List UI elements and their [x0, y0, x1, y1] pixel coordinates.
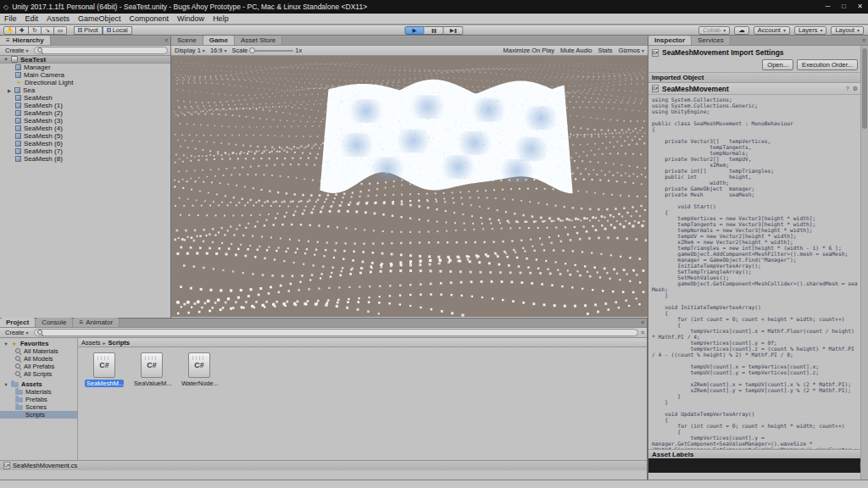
- tab-hierarchy[interactable]: ≡ Hierarchy: [0, 36, 51, 45]
- scale-slider[interactable]: [249, 50, 293, 52]
- search-options-icon[interactable]: ≡: [641, 330, 644, 336]
- move-tool-button[interactable]: ✚: [16, 26, 29, 35]
- folder-materials[interactable]: Materials: [0, 388, 77, 396]
- hierarchy-item-seamesh-1[interactable]: SeaMesh (1): [0, 102, 170, 109]
- breadcrumb-scripts[interactable]: Scripts: [108, 339, 130, 347]
- gameobject-icon: [15, 141, 21, 147]
- fold-closed-icon[interactable]: ▶: [7, 88, 12, 93]
- light-icon: ☀: [15, 80, 22, 86]
- execution-order-button[interactable]: Execution Order...: [797, 59, 858, 70]
- menu-window[interactable]: Window: [173, 14, 209, 25]
- asset-seavaluemanager[interactable]: C# SeaValueM...: [132, 352, 171, 387]
- close-button[interactable]: ✕: [852, 0, 868, 14]
- fold-open-icon[interactable]: ▼: [3, 341, 8, 347]
- project-search-input[interactable]: [34, 329, 638, 336]
- favorite-all-prefabs[interactable]: All Prefabs: [0, 363, 77, 370]
- hierarchy-item-seamesh-4[interactable]: SeaMesh (4): [0, 125, 170, 132]
- minimize-button[interactable]: ─: [820, 0, 836, 14]
- hierarchy-item-main-camera[interactable]: Main Camera: [0, 71, 170, 79]
- maximize-on-play-toggle[interactable]: Maximize On Play: [504, 47, 554, 54]
- tab-animator[interactable]: ≡ Animator: [73, 318, 120, 327]
- layers-dropdown[interactable]: Layers ▾: [794, 26, 827, 35]
- panel-menu-icon[interactable]: ≡: [641, 319, 644, 325]
- chevron-down-icon: ▾: [723, 27, 726, 33]
- hand-tool-button[interactable]: ✋: [3, 26, 16, 35]
- selected-asset-pathbar: C# SeaMeshMovement.cs: [0, 460, 647, 470]
- display-dropdown[interactable]: Display 1 ▾: [175, 47, 205, 54]
- tab-console[interactable]: Console: [36, 318, 73, 327]
- folder-scripts[interactable]: Scripts: [0, 411, 77, 419]
- panel-menu-icon[interactable]: ≡: [164, 37, 168, 43]
- menu-assets[interactable]: Assets: [42, 14, 74, 25]
- asset-label: WaterNode...: [180, 380, 219, 387]
- fold-open-icon[interactable]: ▼: [3, 57, 8, 62]
- favorite-all-scripts[interactable]: All Scripts: [0, 370, 77, 378]
- pause-button[interactable]: [425, 26, 444, 35]
- hierarchy-item-seamesh-3[interactable]: SeaMesh (3): [0, 117, 170, 125]
- tab-services[interactable]: Services: [692, 36, 731, 45]
- rotate-tool-button[interactable]: ↻: [29, 26, 42, 35]
- hierarchy-item-seamesh-5[interactable]: SeaMesh (5): [0, 132, 170, 140]
- rect-tool-button[interactable]: ▭: [54, 26, 67, 35]
- hierarchy-item-manager[interactable]: Manager: [0, 64, 170, 71]
- game-viewport[interactable]: [171, 56, 648, 317]
- scale-tool-button[interactable]: ↘: [42, 26, 54, 35]
- asset-labels-section[interactable]: Asset Labels: [648, 449, 868, 458]
- script-component-header[interactable]: C# SeaMeshMovement ? ⚙: [648, 83, 868, 95]
- inspector-scrollbar-thumb[interactable]: [862, 48, 867, 129]
- menu-edit[interactable]: Edit: [21, 14, 43, 25]
- help-icon[interactable]: ?: [846, 86, 849, 92]
- mute-audio-toggle[interactable]: Mute Audio: [560, 47, 593, 54]
- local-toggle-button[interactable]: Local: [103, 26, 132, 35]
- folder-scenes[interactable]: Scenes: [0, 403, 77, 411]
- menu-file[interactable]: File: [0, 14, 21, 25]
- tab-project[interactable]: Project: [0, 318, 36, 327]
- hierarchy-item-seamesh-6[interactable]: SeaMesh (6): [0, 140, 170, 147]
- hierarchy-search-input[interactable]: [34, 47, 168, 54]
- step-button[interactable]: ▶: [444, 26, 464, 35]
- gizmos-dropdown[interactable]: Gizmos ▾: [619, 47, 644, 54]
- stats-toggle[interactable]: Stats: [598, 47, 612, 54]
- aspect-dropdown[interactable]: 16:9 ▾: [210, 47, 227, 54]
- asset-waternode[interactable]: C# WaterNode...: [180, 352, 219, 387]
- hierarchy-item-seamesh[interactable]: SeaMesh: [0, 94, 170, 102]
- import-settings-header: C# SeaMeshMovement Import Settings Open.…: [648, 46, 868, 73]
- fold-open-icon[interactable]: ▼: [3, 382, 8, 387]
- account-dropdown[interactable]: Account ▾: [754, 26, 790, 35]
- inspector-scrollbar[interactable]: [860, 46, 868, 480]
- collab-dropdown[interactable]: Collab ▾: [698, 26, 730, 35]
- menu-component[interactable]: Component: [125, 14, 174, 25]
- cloud-button[interactable]: ☁: [734, 26, 749, 35]
- favorite-all-materials[interactable]: All Materials: [0, 347, 77, 355]
- hierarchy-item-sea[interactable]: ▶Sea: [0, 86, 170, 94]
- breadcrumb-assets[interactable]: Assets: [81, 339, 101, 347]
- menu-help[interactable]: Help: [209, 14, 233, 25]
- play-button[interactable]: ▶: [405, 26, 425, 35]
- folder-prefabs[interactable]: Prefabs: [0, 396, 77, 403]
- tab-game[interactable]: Game: [203, 36, 235, 45]
- asset-seameshmovement[interactable]: C# SeaMeshM...: [85, 352, 124, 387]
- hierarchy-create-button[interactable]: Create ▾: [3, 47, 31, 55]
- favorites-root[interactable]: ▼ ★ Favorites: [0, 340, 77, 347]
- menu-gameobject[interactable]: GameObject: [74, 14, 125, 25]
- pivot-toggle-button[interactable]: Pivot: [74, 26, 103, 35]
- tab-scene[interactable]: Scene: [171, 36, 203, 45]
- assets-root[interactable]: ▼ Assets: [0, 380, 77, 388]
- maximize-button[interactable]: □: [836, 0, 852, 14]
- scene-row[interactable]: ▼ SeaTest: [0, 56, 170, 64]
- tab-inspector[interactable]: Inspector: [648, 36, 692, 45]
- hierarchy-item-seamesh-7[interactable]: SeaMesh (7): [0, 147, 170, 155]
- pivot-label: Pivot: [84, 26, 98, 34]
- panel-menu-icon[interactable]: ≡: [862, 37, 865, 43]
- open-button[interactable]: Open...: [762, 59, 793, 70]
- layout-dropdown[interactable]: Layout ▾: [831, 26, 864, 35]
- scale-slider-knob[interactable]: [249, 47, 255, 53]
- favorite-all-models[interactable]: All Models: [0, 355, 77, 363]
- hierarchy-item-seamesh-2[interactable]: SeaMesh (2): [0, 109, 170, 117]
- gear-icon[interactable]: ⚙: [853, 86, 858, 92]
- hierarchy-item-directional-light[interactable]: ☀Directional Light: [0, 79, 170, 86]
- project-create-button[interactable]: Create ▾: [3, 329, 31, 337]
- asset-grid: C# SeaMeshM... C# SeaValueM... C# WaterN…: [78, 347, 647, 460]
- hierarchy-item-seamesh-8[interactable]: SeaMesh (8): [0, 155, 170, 163]
- tab-asset-store[interactable]: Asset Store: [235, 36, 282, 45]
